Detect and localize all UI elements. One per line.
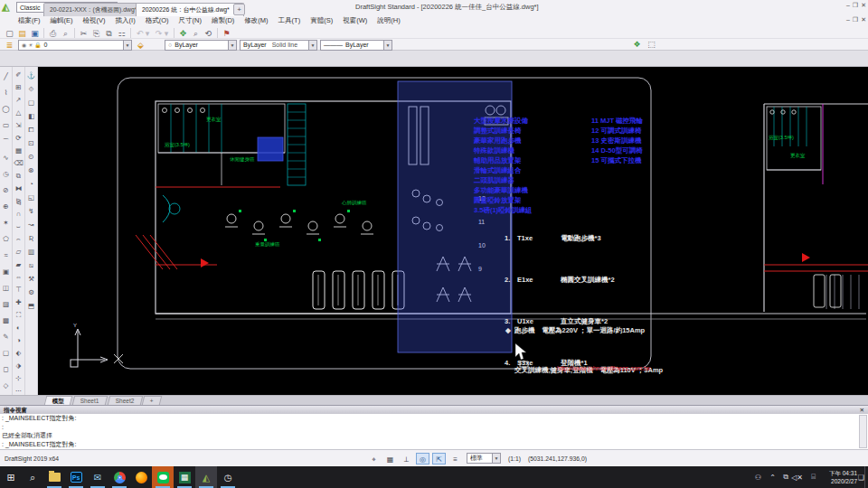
snap-toggle-icon[interactable]: ⌖: [367, 453, 381, 465]
taskbar-clock[interactable]: 下午 04:31 2020/2/27: [829, 469, 857, 485]
modify-tool-icon[interactable]: ⌫: [14, 157, 24, 170]
doc-minimize-button[interactable]: –: [846, 16, 850, 23]
lineweight-toggle-icon[interactable]: ≡: [448, 453, 462, 465]
modify-tool-icon[interactable]: ↗: [15, 94, 21, 107]
draw-tool-icon[interactable]: ▢: [3, 345, 9, 361]
draw-tool-icon[interactable]: ▭: [3, 117, 9, 134]
chrome-icon[interactable]: [108, 466, 130, 488]
modify-tool-icon[interactable]: ⬖: [16, 347, 22, 360]
menu-item[interactable]: 編輯(E): [51, 16, 73, 25]
firefox-icon[interactable]: [130, 466, 152, 488]
draw-tool-icon[interactable]: ◻: [3, 361, 8, 378]
modify-tool-icon[interactable]: ⊹: [15, 372, 21, 385]
draw-tool-icon[interactable]: ◯: [2, 101, 9, 117]
network-tray-icon[interactable]: ⌸: [811, 466, 816, 488]
layer-preview-icon[interactable]: ⬙: [135, 40, 146, 51]
paste-icon[interactable]: ⧉: [103, 28, 115, 39]
sheet-tab-model[interactable]: 模型: [44, 396, 72, 405]
scale-select[interactable]: 標準 ▼: [467, 453, 501, 464]
draw-tool-icon[interactable]: ∿: [3, 150, 8, 166]
linestyle-select[interactable]: ByLayer Solid line ▼: [240, 40, 317, 51]
search-button[interactable]: ⌕: [22, 466, 43, 488]
print-preview-icon[interactable]: ⌕: [60, 28, 71, 39]
snap-tool-icon[interactable]: ⚙: [28, 286, 34, 299]
snap-tool-icon[interactable]: ⧅: [29, 258, 33, 272]
menu-item[interactable]: 工具(T): [278, 16, 301, 25]
cut-icon[interactable]: ✂: [78, 28, 90, 39]
modify-tool-icon[interactable]: ✚: [15, 296, 21, 309]
snap-tool-icon[interactable]: ⬒: [28, 299, 34, 313]
modify-tool-icon[interactable]: ⇔: [15, 271, 23, 284]
menu-item[interactable]: 修改(M): [244, 16, 268, 25]
draw-tool-icon[interactable]: ⬠: [3, 231, 9, 248]
modify-tool-icon[interactable]: ⊞: [15, 81, 21, 94]
command-history[interactable]: : _MAINSELECT指定對角::已經全部取消選擇: _MAINSELECT…: [2, 414, 855, 449]
sheet-tab-1[interactable]: Sheet1: [72, 396, 108, 405]
new-tab-button[interactable]: +: [233, 4, 245, 15]
menu-item[interactable]: 視窗(W): [343, 16, 367, 25]
snap-tool-icon[interactable]: ⊙: [28, 150, 33, 164]
command-window-header[interactable]: 指令視窗 ✕: [0, 406, 868, 414]
close-button[interactable]: ✕: [861, 2, 866, 9]
menu-item[interactable]: 插入(I): [116, 16, 136, 25]
menu-item[interactable]: 檢視(V): [83, 16, 106, 25]
snap-tool-icon[interactable]: Ʀ: [29, 231, 33, 245]
modify-tool-icon[interactable]: ⛶: [16, 309, 21, 322]
snap-tool-icon[interactable]: ⟐: [29, 82, 34, 96]
draw-tool-icon[interactable]: ▣: [3, 264, 9, 280]
snap-tool-icon[interactable]: ◱: [28, 191, 34, 204]
clock-app-icon[interactable]: ◷: [217, 466, 239, 488]
sheet-tab-2[interactable]: Sheet2: [107, 396, 142, 405]
open-icon[interactable]: ▤: [16, 28, 28, 39]
modify-tool-icon[interactable]: ⧉: [16, 170, 21, 183]
menu-item[interactable]: 實體(S): [310, 16, 333, 25]
photoshop-icon[interactable]: Ps: [65, 466, 87, 488]
modify-tool-icon[interactable]: ⧓: [15, 183, 23, 195]
drawing-canvas[interactable]: Y: [38, 67, 868, 395]
snap-tool-icon[interactable]: ⊡: [28, 136, 33, 150]
new-icon[interactable]: ▢: [4, 28, 15, 39]
snap-tool-icon[interactable]: ▥: [28, 245, 34, 258]
draw-tool-icon[interactable]: ⊕: [3, 199, 8, 215]
modify-tool-icon[interactable]: ⧎: [15, 195, 21, 208]
save-icon[interactable]: ▣: [29, 28, 41, 39]
tool-extra-icon[interactable]: ❖: [631, 39, 643, 50]
draw-tool-icon[interactable]: ⌇: [5, 85, 8, 101]
esnap-toggle-icon[interactable]: ◎: [416, 453, 429, 465]
mail-icon[interactable]: ✉: [87, 466, 108, 488]
menu-item[interactable]: 格式(O): [146, 16, 169, 25]
snap-tool-icon[interactable]: ↝: [28, 218, 33, 231]
modify-tool-icon[interactable]: ⇲: [15, 119, 21, 132]
draftsight-taskbar-icon[interactable]: ◭: [195, 466, 217, 488]
tool-extra2-icon[interactable]: ⬚: [646, 39, 657, 50]
restore-button[interactable]: ❐: [853, 2, 858, 9]
modify-tool-icon[interactable]: △: [16, 107, 22, 119]
format-painter-icon[interactable]: ⚏: [116, 28, 127, 39]
modify-tool-icon[interactable]: ◑: [16, 334, 21, 347]
new-sheet-button[interactable]: +: [142, 396, 162, 405]
menu-item[interactable]: 說明(H): [377, 16, 400, 25]
modify-tool-icon[interactable]: ⌣: [16, 221, 21, 233]
redo-icon[interactable]: ↷ ▾: [153, 28, 171, 39]
display-tray-icon[interactable]: ⧉: [783, 466, 788, 488]
snap-tool-icon[interactable]: ↯: [28, 204, 33, 218]
copy-icon[interactable]: ⎘: [90, 28, 102, 39]
snap-tool-icon[interactable]: ⧠: [29, 123, 34, 136]
menu-item[interactable]: 尺寸(N): [179, 16, 202, 25]
zoom-dynamic-icon[interactable]: ⌕: [190, 28, 202, 39]
ortho-toggle-icon[interactable]: ⟂: [400, 453, 413, 465]
people-tray-icon[interactable]: ⚇: [755, 466, 761, 488]
draw-tool-icon[interactable]: ⊘: [3, 183, 8, 199]
modify-tool-icon[interactable]: ⊤: [15, 284, 22, 296]
snap-tool-icon[interactable]: ⚒: [28, 272, 34, 286]
doc-tab-2-active[interactable]: 20200226 統：台中公益線.dwg* ✕: [136, 3, 244, 16]
draw-tool-icon[interactable]: ▨: [3, 296, 9, 313]
start-button[interactable]: ⊞: [0, 466, 22, 488]
show-desktop-button[interactable]: [864, 466, 868, 488]
modify-tool-icon[interactable]: ⟳: [15, 132, 21, 145]
linecolor-select[interactable]: ○ ByLayer ▼: [165, 40, 237, 51]
menu-item[interactable]: 檔案(F): [18, 16, 41, 25]
draw-tool-icon[interactable]: ╱: [4, 69, 8, 85]
snap-tool-icon[interactable]: ▢: [28, 96, 34, 109]
modify-tool-icon[interactable]: ⌢: [16, 233, 21, 246]
